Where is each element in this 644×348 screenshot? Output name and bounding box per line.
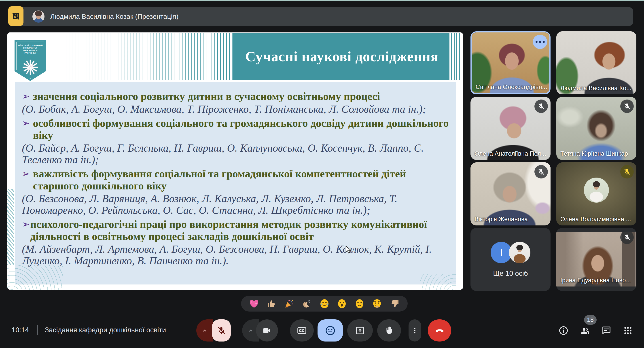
- more-vertical-icon: [411, 326, 419, 334]
- participant-avatar: [584, 178, 609, 203]
- more-options-button[interactable]: [408, 319, 421, 342]
- participant-name: Олена Анатоліївна Пол...: [474, 150, 546, 157]
- apps-button[interactable]: [622, 325, 633, 336]
- participant-tile[interactable]: Олена Анатоліївна Пол...: [470, 97, 550, 160]
- end-call-icon: [434, 325, 446, 336]
- participant-name: Тетяна Юріївна Шинкар: [560, 150, 628, 157]
- bullet-arrow-icon: ➢: [22, 117, 30, 129]
- block-heading: значення соціального розвитку дитини в с…: [33, 90, 380, 102]
- slide-block-3: ➢ важливість формування соціальної та гр…: [22, 168, 450, 216]
- captions-icon: [296, 325, 307, 336]
- mic-button-group: [196, 319, 231, 342]
- camera-icon: [262, 326, 272, 336]
- slide-edge-decoration: [8, 189, 14, 265]
- slide-corner-decoration-right: [420, 274, 456, 290]
- slide-content-panel: ➢ значення соціального розвитку дитини в…: [15, 82, 456, 284]
- logo-text-line2: ІМЕНІ БОРИСА ГРІНЧЕНКА: [18, 50, 43, 54]
- chat-button[interactable]: [601, 325, 612, 336]
- meeting-info-button[interactable]: [558, 325, 569, 336]
- party-popper-icon[interactable]: [284, 298, 294, 309]
- reactions-button[interactable]: [318, 319, 343, 342]
- slide-block-2: ➢ особливості формування соціального та …: [22, 117, 450, 166]
- mic-muted-icon: [534, 100, 548, 113]
- participant-tile[interactable]: Людмила Василівна Ко...: [556, 31, 636, 94]
- stacked-avatars: I: [490, 241, 530, 264]
- mic-muted-icon: [620, 100, 634, 113]
- participant-name: Людмила Василівна Ко...: [560, 85, 632, 92]
- thumbs-down-icon[interactable]: [389, 298, 400, 309]
- slide-title-band: Сучасні наукові дослідження: [233, 33, 450, 80]
- block-heading: психолого-педагогічні праці про використ…: [30, 218, 450, 242]
- divider: [37, 325, 38, 335]
- mic-muted-icon: [620, 230, 634, 244]
- screen-share-stopped-icon: [11, 11, 21, 21]
- face-with-tears-of-joy-icon[interactable]: [319, 298, 330, 309]
- reactions-bar: [241, 296, 408, 312]
- shared-presentation-slide: Сучасні наукові дослідження КИЇВСЬКИЙ СТ…: [8, 32, 463, 290]
- block-authors: (О. Бобак, А. Богуш, О. Максимова, Т. Пі…: [22, 103, 450, 115]
- mic-muted-icon: [620, 165, 634, 178]
- google-meet-window: Людмила Василівна Козак (Презентація) Су…: [0, 0, 644, 348]
- thinking-face-icon[interactable]: [372, 298, 382, 309]
- presenter-pill[interactable]: Людмила Василівна Козак (Презентація): [17, 8, 633, 26]
- share-screen-button[interactable]: [8, 6, 24, 26]
- camera-button-group: [242, 319, 278, 342]
- participant-name: Світлана Олександрівн...: [476, 84, 547, 90]
- block-heading: важливість формування соціальної та гром…: [33, 168, 450, 192]
- bullet-arrow-icon: ➢: [22, 218, 30, 230]
- bullet-arrow-icon: ➢: [22, 168, 30, 180]
- mic-muted-icon: [534, 165, 548, 178]
- logo-text-line1: КИЇВСЬКИЙ СТОЛИЧНИЙ УНІВЕРСИТЕТ: [18, 44, 43, 49]
- participant-name: Ірина Едуардівна Ново...: [560, 277, 631, 284]
- participant-tile[interactable]: Світлана Олександрівн...: [470, 31, 550, 94]
- slide-header-stripes: [63, 33, 233, 80]
- show-participants-button[interactable]: [580, 325, 590, 336]
- clapping-hands-icon[interactable]: [302, 298, 312, 309]
- mouse-cursor: [346, 246, 354, 256]
- block-authors: (О. Безсонова, Л. Варяниця, А. Вознюк, Л…: [22, 193, 450, 216]
- block-heading: особливості формування соціального та гр…: [33, 117, 450, 141]
- bullet-arrow-icon: ➢: [22, 90, 30, 102]
- slide-block-4: ➢ психолого-педагогічні праці про викори…: [22, 218, 450, 266]
- hand-icon: [384, 326, 394, 336]
- logo-divider: [21, 56, 40, 56]
- sparkling-heart-icon[interactable]: [249, 298, 260, 309]
- slide-corner-decoration-left: [8, 265, 63, 290]
- meeting-name: Засідання кафедри дошкільної освіти: [45, 326, 166, 334]
- clock-time: 10:14: [12, 326, 29, 334]
- raise-hand-button[interactable]: [377, 319, 401, 342]
- participant-tile[interactable]: Тетяна Юріївна Шинкар: [556, 97, 636, 160]
- participant-count-badge: 18: [584, 315, 596, 325]
- tile-options-button[interactable]: [533, 35, 547, 49]
- block-authors: (М. Айзенбарт, Л. Артемова, А. Богуш, О.…: [22, 243, 450, 266]
- thumbs-up-icon[interactable]: [266, 298, 277, 309]
- crying-face-icon[interactable]: [354, 298, 365, 309]
- present-icon: [355, 325, 366, 336]
- participant-name: Вікторія Желанова: [474, 216, 528, 223]
- presenter-name: Людмила Василівна Козак (Презентація): [50, 13, 178, 20]
- camera-button[interactable]: [256, 319, 278, 342]
- more-participants-label: Ще 10 осіб: [493, 270, 528, 278]
- slide-title: Сучасні наукові дослідження: [233, 48, 438, 65]
- participant-tile[interactable]: Вікторія Желанова: [470, 162, 550, 226]
- mic-off-button[interactable]: [212, 319, 231, 342]
- participant-tile[interactable]: Олена Володимирівна ...: [556, 162, 636, 226]
- surprised-face-icon[interactable]: [336, 298, 347, 309]
- block-authors: (О. Байєр, А. Богуш, Г. Бєлєнька, Н. Гав…: [22, 142, 450, 166]
- slide-block-1: ➢ значення соціального розвитку дитини в…: [22, 90, 450, 115]
- end-call-button[interactable]: [428, 319, 451, 342]
- participant-tile[interactable]: Ірина Едуардівна Ново...: [556, 228, 636, 291]
- university-logo: КИЇВСЬКИЙ СТОЛИЧНИЙ УНІВЕРСИТЕТ ІМЕНІ БО…: [14, 40, 46, 81]
- logo-starburst-icon: [22, 59, 39, 76]
- mic-options-chevron[interactable]: [196, 319, 213, 342]
- participant-name: Олена Володимирівна ...: [560, 216, 631, 223]
- info-icon: [558, 325, 569, 336]
- screen-top-strip: [0, 0, 644, 1]
- more-participants-tile[interactable]: I Ще 10 осіб: [470, 228, 550, 291]
- captions-button[interactable]: [290, 319, 314, 342]
- photo-avatar: [509, 242, 530, 263]
- slide-header-stripes-right: [451, 33, 461, 80]
- chat-icon: [601, 325, 612, 336]
- people-icon: [580, 325, 590, 336]
- present-button[interactable]: [347, 319, 373, 342]
